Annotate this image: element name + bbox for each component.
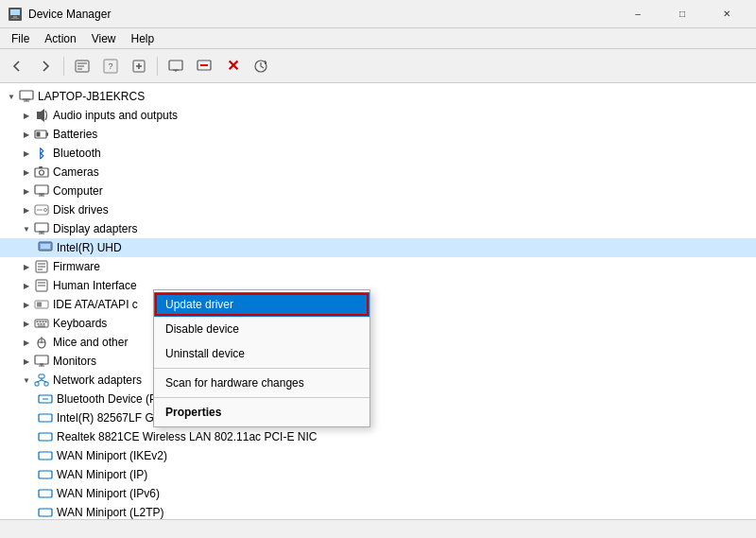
tree-item-wan-ip[interactable]: WAN Miniport (IP) bbox=[0, 465, 756, 484]
tree-item-bt-network[interactable]: Bluetooth Device (Personal Area Network) bbox=[0, 390, 756, 408]
computer-label: Computer bbox=[53, 184, 103, 198]
wan-ipv6-icon bbox=[38, 486, 53, 501]
svg-rect-80 bbox=[39, 471, 52, 478]
tree-item-batteries[interactable]: ▶ Batteries bbox=[0, 125, 756, 144]
update-button[interactable]: ? bbox=[97, 53, 124, 79]
wan-ip-label: WAN Miniport (IP) bbox=[57, 468, 147, 481]
tree-item-firmware[interactable]: ▶ Firmware bbox=[0, 257, 756, 276]
root-label: LAPTOP-JB1EKRCS bbox=[38, 90, 145, 103]
svg-rect-81 bbox=[39, 490, 52, 497]
mice-expand-icon: ▶ bbox=[19, 335, 34, 350]
tree-item-realtek[interactable]: Realtek 8821CE Wireless LAN 802.11ac PCI… bbox=[0, 427, 756, 446]
tree-item-computer[interactable]: ▶ Computer bbox=[0, 182, 756, 200]
tree-item-bluetooth[interactable]: ▶ ᛒ Bluetooth bbox=[0, 144, 756, 163]
svg-rect-79 bbox=[39, 452, 52, 460]
scan-button[interactable] bbox=[248, 53, 274, 79]
tree-item-disk[interactable]: ▶ Disk drives bbox=[0, 200, 756, 219]
ctx-scan-hardware[interactable]: Scan for hardware changes bbox=[154, 371, 369, 395]
maximize-button[interactable]: □ bbox=[661, 0, 704, 28]
svg-rect-27 bbox=[35, 168, 48, 177]
uninstall-button[interactable]: ✕ bbox=[219, 53, 246, 79]
ctx-uninstall-device[interactable]: Uninstall device bbox=[154, 341, 369, 366]
menu-help[interactable]: Help bbox=[124, 30, 163, 47]
svg-rect-19 bbox=[20, 91, 33, 99]
tree-item-monitors[interactable]: ▶ Monitors bbox=[0, 352, 756, 371]
svg-rect-69 bbox=[39, 374, 44, 378]
svg-rect-42 bbox=[41, 244, 50, 249]
tree-item-keyboards[interactable]: ▶ Keyboards bbox=[0, 314, 756, 333]
tree-panel[interactable]: ▼ LAPTOP-JB1EKRCS ▶ Audio inp bbox=[0, 83, 756, 519]
tree-item-audio[interactable]: ▶ Audio inputs and outputs bbox=[0, 106, 756, 125]
batteries-expand-icon: ▶ bbox=[19, 127, 34, 142]
tree-item-intel-uhd[interactable]: Intel(R) UHD bbox=[0, 238, 756, 257]
display-label: Display adapters bbox=[53, 222, 137, 235]
app-icon bbox=[8, 7, 23, 22]
menu-view[interactable]: View bbox=[84, 30, 124, 47]
hid-expand-icon: ▶ bbox=[19, 278, 34, 293]
ide-icon bbox=[34, 297, 49, 312]
ctx-properties[interactable]: Properties bbox=[154, 400, 369, 425]
keyboards-icon bbox=[34, 316, 49, 331]
tree-root[interactable]: ▼ LAPTOP-JB1EKRCS bbox=[0, 87, 756, 106]
svg-rect-26 bbox=[37, 132, 41, 137]
svg-rect-60 bbox=[38, 326, 45, 327]
svg-rect-57 bbox=[38, 323, 40, 325]
svg-rect-13 bbox=[169, 61, 182, 70]
tree-item-hid[interactable]: ▶ Human Interface bbox=[0, 276, 756, 295]
firmware-expand-icon: ▶ bbox=[19, 259, 34, 274]
tree-item-display[interactable]: ▼ Display adapters bbox=[0, 219, 756, 238]
firmware-label: Firmware bbox=[53, 260, 100, 273]
context-menu: Update driver Disable device Uninstall d… bbox=[153, 289, 370, 427]
tree-item-network[interactable]: ▼ Network adapters bbox=[0, 371, 756, 390]
display-expand-icon: ▼ bbox=[19, 221, 34, 236]
monitors-icon bbox=[34, 354, 49, 369]
title-bar: Device Manager – □ ✕ bbox=[0, 0, 756, 28]
properties-button[interactable] bbox=[69, 53, 95, 79]
close-button[interactable]: ✕ bbox=[705, 0, 748, 28]
intel-network-icon bbox=[38, 410, 53, 425]
svg-rect-55 bbox=[43, 321, 44, 323]
disk-icon bbox=[34, 202, 49, 217]
svg-rect-71 bbox=[44, 382, 48, 386]
bluetooth-label: Bluetooth bbox=[53, 147, 101, 160]
expand-button[interactable] bbox=[126, 53, 152, 79]
minimize-button[interactable]: – bbox=[616, 0, 660, 28]
keyboards-expand-icon: ▶ bbox=[19, 316, 34, 331]
bluetooth-expand-icon: ▶ bbox=[19, 146, 34, 161]
ctx-disable-device[interactable]: Disable device bbox=[154, 317, 369, 341]
tree-item-wan-ikev2[interactable]: WAN Miniport (IKEv2) bbox=[0, 446, 756, 465]
menu-action[interactable]: Action bbox=[37, 30, 83, 47]
back-button[interactable] bbox=[4, 53, 30, 79]
computer-icon bbox=[34, 183, 49, 199]
wan-ip-icon bbox=[38, 467, 53, 482]
svg-rect-53 bbox=[37, 321, 39, 323]
mice-icon bbox=[34, 335, 49, 350]
forward-button[interactable] bbox=[32, 53, 59, 79]
disable-button[interactable] bbox=[191, 53, 217, 79]
intel-label: Intel(R) UHD bbox=[57, 241, 122, 254]
batteries-label: Batteries bbox=[53, 128, 97, 141]
tree-item-wan-ipv6[interactable]: WAN Miniport (IPv6) bbox=[0, 484, 756, 503]
tree-item-wan-l2tp[interactable]: WAN Miniport (L2TP) bbox=[0, 503, 756, 519]
separator-2 bbox=[157, 57, 158, 76]
wan-ikev2-label: WAN Miniport (IKEv2) bbox=[57, 449, 167, 462]
hid-icon bbox=[34, 278, 49, 293]
svg-rect-59 bbox=[43, 323, 45, 325]
wan-l2tp-label: WAN Miniport (L2TP) bbox=[57, 506, 164, 519]
tree-item-ide[interactable]: ▶ IDE ATA/ATAPI c bbox=[0, 295, 756, 314]
wan-ipv6-label: WAN Miniport (IPv6) bbox=[57, 487, 160, 500]
menu-file[interactable]: File bbox=[4, 30, 37, 47]
ide-expand-icon: ▶ bbox=[19, 297, 34, 312]
tree-item-intel-network[interactable]: Intel(R) 82567LF Gigabit Network Connect… bbox=[0, 408, 756, 427]
ctx-update-driver[interactable]: Update driver bbox=[154, 292, 369, 317]
monitors-expand-icon: ▶ bbox=[19, 354, 34, 369]
tree-item-mice[interactable]: ▶ Mice and other bbox=[0, 333, 756, 352]
svg-point-35 bbox=[44, 209, 47, 212]
display-icon-button[interactable] bbox=[163, 53, 189, 79]
svg-line-74 bbox=[42, 380, 46, 382]
svg-rect-37 bbox=[35, 223, 48, 232]
svg-rect-78 bbox=[39, 433, 52, 441]
tree-item-cameras[interactable]: ▶ Cameras bbox=[0, 163, 756, 182]
disk-label: Disk drives bbox=[53, 203, 109, 217]
svg-rect-70 bbox=[35, 382, 39, 386]
